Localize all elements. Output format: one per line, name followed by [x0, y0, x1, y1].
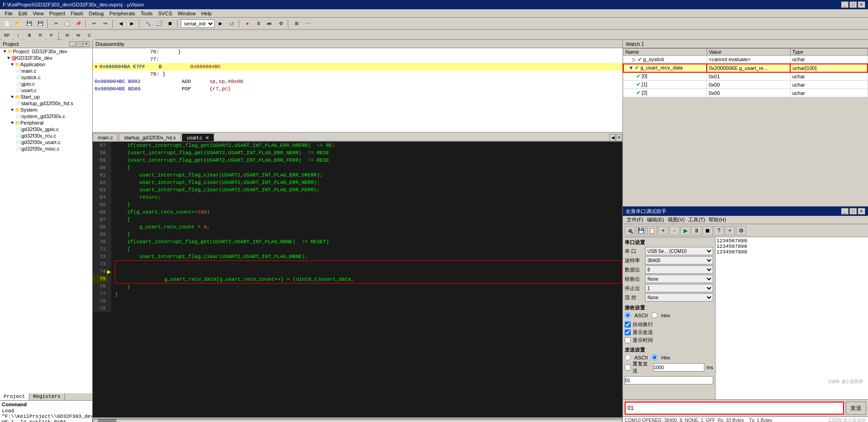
cut-btn[interactable]: ✂ [51, 19, 61, 28]
stop-select[interactable]: 1 [645, 284, 713, 292]
copy-btn[interactable]: 📋 [62, 19, 72, 28]
regs-btn[interactable]: R [35, 31, 45, 40]
tab-scroll-left[interactable]: ◀ [609, 134, 616, 141]
call-btn[interactable]: C [84, 31, 95, 40]
window-layout-btn[interactable]: ⊞ [291, 19, 302, 28]
serial-open-btn[interactable]: 🔌 [625, 226, 635, 235]
panel-maximize-btn[interactable]: □ [76, 41, 82, 47]
menu-view[interactable]: View [30, 10, 47, 17]
expand-icon-system[interactable]: ▼ [10, 107, 14, 112]
menu-tools[interactable]: Tools [138, 10, 156, 17]
auto-wrap-checkbox[interactable] [625, 321, 631, 328]
tab-startup-s[interactable]: startup_gd32f30x_hd.s [119, 133, 181, 141]
settings-btn[interactable]: ⚙ [276, 19, 286, 28]
recv-ascii-radio[interactable] [625, 312, 631, 318]
code-content[interactable]: 57 58 59 60 61 62 63 64 65 66 67 68 69 7… [93, 142, 622, 417]
panel-minimize-btn[interactable]: _ [69, 41, 76, 47]
menu-help[interactable]: Help [198, 10, 215, 17]
serial-menu-help[interactable]: 帮助(H) [707, 216, 728, 223]
stop-btn[interactable]: ⏹ [165, 19, 175, 28]
watch-row-1[interactable]: ✔ [1] 0x00 uchar [623, 81, 868, 89]
mem-btn[interactable]: M [62, 31, 72, 40]
serial-save-btn[interactable]: 💾 [636, 226, 646, 235]
serial-maximize[interactable]: □ [849, 208, 857, 214]
serial-close[interactable]: ✕ [858, 208, 865, 214]
tree-usart-c[interactable]: 📄 usart.c [0, 87, 92, 94]
menu-file[interactable]: File [2, 10, 16, 17]
tree-rcu[interactable]: 📄 gd32f30x_rcu.c [0, 132, 92, 139]
menu-project[interactable]: Project [46, 10, 68, 17]
minimize-button[interactable]: _ [841, 1, 849, 8]
parity-select[interactable]: None [645, 275, 713, 283]
nav-forward-btn[interactable]: ▶ [127, 19, 137, 28]
dis-btn[interactable]: ↕ [13, 31, 23, 40]
horizontal-scrollbar[interactable] [93, 417, 622, 422]
recv-hex-radio[interactable] [652, 312, 658, 318]
baud-select[interactable]: 38400 [645, 256, 713, 265]
tree-main-c[interactable]: 📄 main.c [0, 68, 92, 74]
tree-startup-s[interactable]: 📄 startup_gd32f30x_hd.s [0, 100, 92, 107]
tree-usart-periph[interactable]: 📄 gd32f30x_usart.c [0, 139, 92, 145]
expand-recv-icon[interactable]: ▼ [629, 65, 634, 70]
scroll-thumb[interactable] [98, 419, 116, 422]
expand-icon[interactable]: ▼ [3, 49, 7, 54]
data-select[interactable]: 8 [645, 265, 713, 274]
menu-debug[interactable]: Debug [86, 10, 107, 17]
cmd-btn[interactable]: 🖥 [24, 31, 34, 40]
tab-close-btn[interactable]: ✕ [616, 134, 622, 141]
serial-menu-tools[interactable]: 工具(T) [686, 216, 707, 223]
menu-flash[interactable]: Flash [68, 10, 86, 17]
repeat-interval-input[interactable] [653, 363, 704, 372]
tree-gpio-c[interactable]: 📄 gpio.c [0, 81, 92, 87]
serial-stop-btn[interactable]: ⏹ [703, 226, 713, 235]
watch-row-recv-data[interactable]: ▼ ✔ g_usart_recv_data 0x2000006E g_usart… [623, 64, 868, 72]
periph-btn[interactable]: P [46, 31, 57, 40]
halt-btn[interactable]: ⏸ [253, 19, 264, 28]
port-select[interactable]: USB Se... (COM10 [645, 247, 713, 255]
tree-project-root[interactable]: ▼ 📁 Project: GD32F30x_dev [0, 48, 92, 55]
run-btn[interactable]: ● [242, 19, 253, 28]
menu-svcs[interactable]: SVCS [155, 10, 175, 17]
send-ascii-radio[interactable] [625, 354, 631, 360]
flow-select[interactable]: None [645, 293, 713, 302]
send-input[interactable] [625, 402, 844, 415]
send-button[interactable]: 发送 [846, 402, 866, 415]
maximize-button[interactable]: □ [849, 1, 857, 8]
menu-window[interactable]: Window [175, 10, 198, 17]
watch-row-0[interactable]: ✔ [0] 0x01 uchar [623, 72, 868, 81]
tab-project[interactable]: Project [0, 393, 29, 400]
tree-application[interactable]: ▼ 📁 Application [0, 61, 92, 68]
tree-misc[interactable]: 📄 gd32f30x_misc.c [0, 145, 92, 152]
serial-menu-edit[interactable]: 编辑(E) [645, 216, 666, 223]
tab-usart-c[interactable]: usart.c ✕ [182, 133, 214, 141]
tree-system[interactable]: ▼ 📁 System [0, 107, 92, 113]
expand-icon-target[interactable]: ▼ [6, 56, 11, 60]
show-time-checkbox[interactable] [625, 337, 631, 343]
expand-icon-app[interactable]: ▼ [10, 62, 14, 67]
disasm-content[interactable]: 76: } 77: ● 0x080004BA E7FF B 0x080004BC [93, 48, 622, 132]
expand-icon-startup[interactable]: ▼ [10, 94, 14, 99]
target-select[interactable]: serial_init [181, 19, 215, 28]
serial-add-btn[interactable]: + [658, 226, 668, 235]
send-hex-radio[interactable] [652, 354, 658, 360]
more-btn[interactable]: ⋯ [303, 19, 313, 28]
send-value-input[interactable] [625, 376, 713, 384]
serial-menu-file[interactable]: 文件(F) [625, 216, 645, 223]
debug-start-btn[interactable]: ▶ [215, 19, 226, 28]
undo-btn[interactable]: ↩ [89, 19, 99, 28]
panel-close-btn[interactable]: ✕ [83, 41, 89, 47]
nav-back-btn[interactable]: ◀ [116, 19, 126, 28]
serial-pause-btn[interactable]: ⏸ [691, 226, 702, 235]
serial-run-btn[interactable]: ▶ [680, 226, 691, 235]
tree-peripheral[interactable]: ▼ 📁 Peripheral [0, 120, 92, 126]
open-btn[interactable]: 📂 [13, 19, 23, 28]
serial-minimize[interactable]: _ [841, 208, 849, 214]
serial-add2-btn[interactable]: + [725, 226, 735, 235]
serial-help-btn[interactable]: ? [714, 226, 724, 235]
debug-reset-btn[interactable]: ⭯ [227, 19, 237, 28]
tab-registers[interactable]: Registers [29, 393, 64, 400]
paste-btn[interactable]: 📌 [73, 19, 83, 28]
serial-log-btn[interactable]: 📋 [647, 226, 657, 235]
tree-systick-c[interactable]: 📄 systick.c [0, 74, 92, 81]
rebuild-btn[interactable]: 🔄 [154, 19, 164, 28]
